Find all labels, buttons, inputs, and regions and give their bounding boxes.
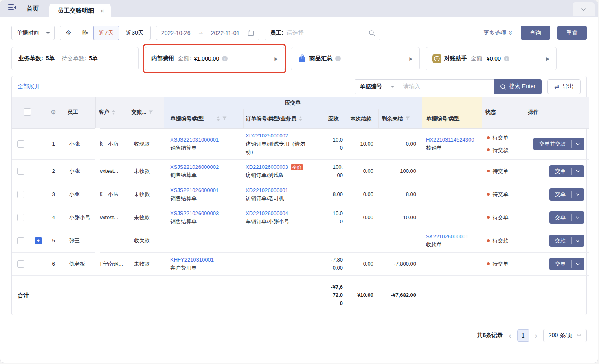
cell-doc: XSJS221026000002销售结算单 — [164, 159, 243, 183]
cell-order: XD221026000001访销订单/老司机 — [243, 183, 325, 206]
action-dropdown-icon[interactable] — [572, 240, 584, 242]
action-dropdown-icon[interactable] — [572, 216, 584, 219]
card-arrow-icon[interactable] — [546, 56, 550, 61]
row-checkbox[interactable] — [17, 168, 24, 175]
doc-no-link[interactable]: XSJS221026000001 — [170, 186, 240, 194]
next-page-icon[interactable] — [535, 331, 538, 340]
row-index: 6 — [43, 252, 64, 275]
row-checkbox[interactable] — [17, 214, 24, 221]
cell-receivable — [325, 229, 347, 252]
action-button[interactable]: 交单并交款 — [533, 138, 584, 150]
gear-icon[interactable] — [50, 109, 56, 116]
order-no-link[interactable]: XD221025000002 — [246, 133, 288, 139]
card-arrow-icon[interactable] — [275, 56, 278, 61]
card-goods-summary[interactable]: 商品汇总 — [291, 47, 420, 70]
tabbar-collapse-button[interactable] — [573, 2, 595, 16]
cell-status: 待交单 — [482, 159, 522, 183]
doc2-no-link[interactable]: SK221026000001 — [426, 233, 478, 241]
page-size-selector[interactable]: 200 条/页 — [543, 329, 587, 342]
row-checkbox[interactable] — [17, 191, 24, 198]
info-icon[interactable] — [335, 56, 341, 61]
query-button[interactable]: 查询 — [521, 26, 550, 40]
sort-icon[interactable] — [299, 116, 302, 121]
employee-filter[interactable]: 员工: 请选择 — [265, 26, 380, 40]
range-last30days[interactable]: 近30天 — [119, 26, 151, 40]
price-change-tag: 变价 — [291, 164, 303, 170]
doc-no-link[interactable]: XSJS221026000003 — [170, 209, 240, 218]
totals-label: 合计 — [12, 275, 325, 315]
tab-employee-handover[interactable]: 员工交账明细 — [49, 4, 111, 17]
cell-settled: 0.00 — [347, 183, 378, 206]
sort-icon[interactable] — [217, 116, 220, 121]
search-button[interactable]: 搜索 Enter — [494, 79, 542, 94]
info-icon[interactable] — [222, 56, 228, 61]
range-last7days[interactable]: 近7天 — [93, 26, 119, 40]
order-no-link[interactable]: XD221026000004 — [246, 210, 288, 216]
search-input[interactable]: 请输入 — [398, 80, 494, 94]
tab-home[interactable]: 首页 — [22, 5, 49, 17]
cell-customer: 张三小店 — [95, 128, 128, 159]
select-all-checkbox[interactable] — [24, 108, 31, 116]
col-status: 状态 — [482, 97, 522, 128]
info-icon[interactable] — [504, 56, 509, 61]
sidebar-collapse-icon[interactable] — [8, 4, 17, 13]
card-internal-fee[interactable]: 内部费用 金额: ¥1,000.00 — [145, 47, 285, 70]
table-row: 1小张张三小店收现款XSJS221031000001销售结算单XD2210250… — [12, 128, 589, 159]
search-icon — [500, 84, 506, 90]
action-dropdown-icon[interactable] — [572, 263, 584, 265]
cell-handover: 收现款 — [128, 128, 164, 159]
doc2-no-link[interactable]: HX22103114524300 — [426, 136, 478, 144]
col-group-other — [422, 97, 482, 109]
tab-home-label: 首页 — [26, 5, 39, 12]
card-recon-assistant[interactable]: ¥ 对账助手 金额: ¥0.00 — [426, 47, 557, 70]
col-handover: 交账... — [128, 97, 164, 128]
search-field-selector[interactable]: 单据编号 — [355, 80, 398, 94]
row-checkbox[interactable] — [17, 260, 24, 268]
action-dropdown-icon[interactable] — [572, 143, 584, 145]
table-row: 5张三收欠款SK221026000001收款单待交款交款 — [12, 229, 589, 252]
cell-handover: 未收款 — [128, 252, 164, 275]
action-button[interactable]: 交单 — [549, 211, 584, 224]
action-button[interactable]: 交单 — [549, 258, 584, 270]
filter-icon[interactable] — [222, 116, 227, 121]
close-icon[interactable] — [101, 7, 104, 14]
order-no-link[interactable]: XD221026000003 — [246, 164, 288, 170]
app-window: 首页 员工交账明细 单据时间 今 昨 近7天 近30天 2022-10-26 — [0, 0, 598, 363]
search-placeholder: 请输入 — [403, 83, 489, 90]
tab-bar: 首页 员工交账明细 — [0, 0, 598, 17]
more-options-link[interactable]: 更多选项 — [483, 29, 513, 37]
cell-status: 待交单待交款 — [482, 128, 522, 159]
prev-page-icon[interactable] — [509, 331, 511, 340]
card-arrow-icon[interactable] — [410, 56, 413, 61]
range-yesterday[interactable]: 昨 — [77, 26, 94, 40]
total-records: 共6条记录 — [477, 332, 503, 339]
recon-amount-label: 金额: — [471, 55, 484, 62]
cell-action: 交单 — [522, 206, 589, 229]
filter-icon[interactable] — [149, 110, 153, 115]
action-dropdown-icon[interactable] — [572, 193, 584, 196]
filter-icon[interactable] — [406, 116, 410, 121]
current-page[interactable]: 1 — [517, 329, 529, 342]
range-today[interactable]: 今 — [60, 26, 77, 40]
cell-action: 交单并交款 — [522, 128, 589, 159]
action-button[interactable]: 交单 — [549, 165, 584, 177]
doc-no-link[interactable]: KHFY2210310001 — [170, 256, 240, 264]
date-range-picker[interactable]: 2022-10-26 2022-11-01 — [156, 26, 259, 40]
doc-no-link[interactable]: XSJS221031000001 — [170, 136, 240, 144]
doc-no-link[interactable]: XSJS221026000002 — [170, 163, 240, 171]
summary-cards: 业务单数: 5单 待交单数: 5单 内部费用 金额: ¥1,000.00 — [11, 47, 587, 70]
expand-all-link[interactable]: 全部展开 — [18, 83, 40, 90]
action-dropdown-icon[interactable] — [572, 170, 584, 172]
date-field-selector[interactable]: 单据时间 — [11, 26, 55, 40]
expand-row-button[interactable] — [35, 237, 42, 244]
row-checkbox[interactable] — [17, 140, 24, 148]
reset-button[interactable]: 重置 — [557, 26, 587, 40]
cell-handover: 未收款 — [128, 159, 164, 183]
sort-icon[interactable] — [112, 110, 115, 115]
row-checkbox[interactable] — [17, 237, 24, 244]
order-no-link[interactable]: XD221026000001 — [246, 187, 288, 193]
action-button[interactable]: 交单 — [549, 188, 584, 201]
action-button[interactable]: 交款 — [549, 235, 584, 247]
table-wrap: 员工 客户 交账... 应交单 状态 — [12, 97, 586, 315]
export-button[interactable]: 导出 — [547, 79, 581, 94]
